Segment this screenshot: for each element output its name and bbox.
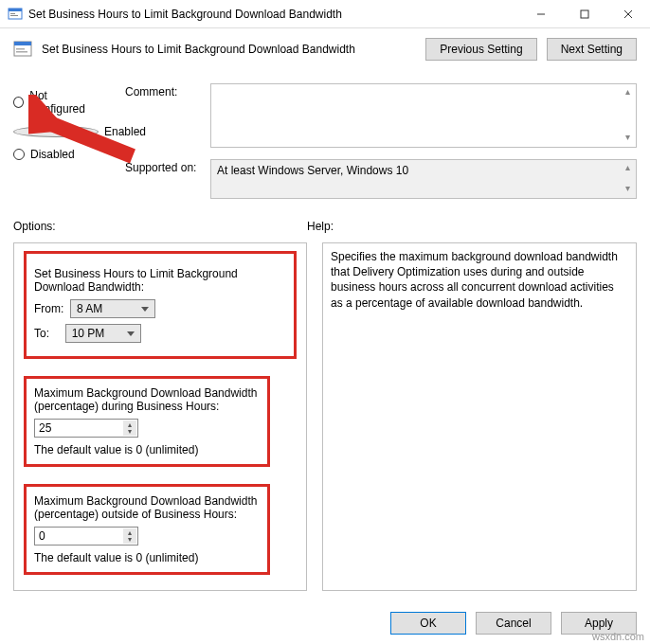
spinner-down-icon[interactable]: ▾ <box>123 535 136 544</box>
help-text: Specifies the maximum background downloa… <box>331 250 618 310</box>
svg-rect-11 <box>16 51 27 53</box>
scroll-down-icon[interactable]: ▾ <box>621 132 634 145</box>
during-default-text: The default value is 0 (unlimited) <box>34 443 260 456</box>
supported-on-label: Supported on: <box>125 159 203 199</box>
svg-rect-10 <box>16 48 25 50</box>
options-title: Set Business Hours to Limit Background D… <box>34 267 286 294</box>
next-setting-button[interactable]: Next Setting <box>547 38 637 61</box>
outside-spinner[interactable]: 0 ▴ ▾ <box>34 527 138 546</box>
close-button[interactable] <box>606 0 650 27</box>
from-select[interactable]: 8 AM <box>70 299 155 318</box>
highlight-box-hours: Set Business Hours to Limit Background D… <box>24 251 297 359</box>
scroll-down-icon[interactable]: ▾ <box>621 183 634 196</box>
previous-setting-button[interactable]: Previous Setting <box>425 38 536 61</box>
comment-label: Comment: <box>125 83 203 148</box>
radio-disabled[interactable]: Disabled <box>13 148 100 161</box>
radio-label: Disabled <box>30 148 75 161</box>
help-pane: Specifies the maximum background downloa… <box>322 242 637 591</box>
comment-textarea[interactable]: ▴ ▾ <box>210 83 637 148</box>
radio-not-configured[interactable]: Not Configured <box>13 89 100 116</box>
app-icon <box>8 7 23 22</box>
header-title: Set Business Hours to Limit Background D… <box>42 43 416 56</box>
window-title: Set Business Hours to Limit Background D… <box>28 8 519 21</box>
header: Set Business Hours to Limit Background D… <box>0 28 650 70</box>
supported-on-box: At least Windows Server, Windows 10 ▴ ▾ <box>210 159 637 199</box>
svg-rect-5 <box>581 10 588 18</box>
titlebar: Set Business Hours to Limit Background D… <box>0 0 650 28</box>
radio-label: Not Configured <box>29 89 100 116</box>
options-label: Options: <box>13 220 307 233</box>
svg-rect-1 <box>9 9 22 11</box>
during-label: Maximum Background Download Bandwidth (p… <box>34 386 260 413</box>
svg-rect-2 <box>10 13 15 14</box>
spinner-down-icon[interactable]: ▾ <box>123 427 136 436</box>
minimize-button[interactable] <box>519 0 563 27</box>
outside-label: Maximum Background Download Bandwidth (p… <box>34 494 260 521</box>
scroll-up-icon[interactable]: ▴ <box>621 162 634 175</box>
cancel-button[interactable]: Cancel <box>476 612 551 635</box>
maximize-button[interactable] <box>563 0 606 27</box>
to-select[interactable]: 10 PM <box>65 324 141 343</box>
highlight-box-during: Maximum Background Download Bandwidth (p… <box>24 376 270 467</box>
policy-icon <box>13 40 32 59</box>
outside-value: 0 <box>39 529 45 543</box>
help-label: Help: <box>307 220 334 233</box>
highlight-box-outside: Maximum Background Download Bandwidth (p… <box>24 484 270 575</box>
state-radio-group: Not Configured Enabled Disabled <box>0 83 114 163</box>
svg-rect-9 <box>14 42 31 45</box>
svg-rect-3 <box>10 15 18 16</box>
from-label: From: <box>34 302 63 315</box>
supported-on-value: At least Windows Server, Windows 10 <box>217 164 408 177</box>
during-value: 25 <box>39 421 51 435</box>
to-label: To: <box>34 327 49 340</box>
options-pane: Set Business Hours to Limit Background D… <box>13 242 307 591</box>
ok-button[interactable]: OK <box>390 612 466 635</box>
scroll-up-icon[interactable]: ▴ <box>621 86 634 99</box>
outside-default-text: The default value is 0 (unlimited) <box>34 551 260 564</box>
watermark: wsxdn.com <box>592 631 644 642</box>
radio-enabled[interactable]: Enabled <box>13 125 100 138</box>
during-spinner[interactable]: 25 ▴ ▾ <box>34 419 138 438</box>
